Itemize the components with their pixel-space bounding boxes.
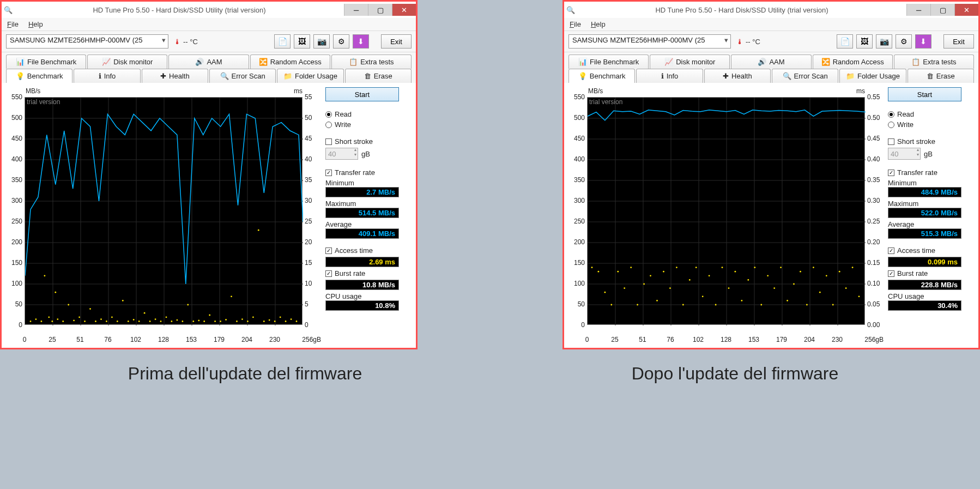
tab-info[interactable]: ℹInfo xyxy=(74,69,140,83)
menu-help[interactable]: Help xyxy=(591,20,606,28)
start-button[interactable]: Start xyxy=(325,87,399,101)
exit-button[interactable]: Exit xyxy=(943,34,974,49)
options-button[interactable]: ⚙ xyxy=(896,34,912,49)
start-button[interactable]: Start xyxy=(888,87,961,101)
tab-file-benchmark[interactable]: 📊File Benchmark xyxy=(6,55,86,69)
transfer-rate-checkbox[interactable]: Transfer rate xyxy=(325,168,399,177)
tab-random-access[interactable]: 🔀Random Access xyxy=(813,55,893,69)
tab-erase[interactable]: 🗑Erase xyxy=(908,69,974,83)
svg-point-32 xyxy=(89,308,91,310)
tab-aam[interactable]: 🔊AAM xyxy=(731,55,811,69)
svg-point-118 xyxy=(773,287,775,289)
svg-point-67 xyxy=(280,316,281,318)
svg-point-102 xyxy=(669,287,671,289)
maximize-button[interactable]: ▢ xyxy=(368,4,392,16)
access-time-checkbox[interactable]: Access time xyxy=(888,246,961,255)
save-button[interactable]: ⬇ xyxy=(915,34,931,49)
maximum-value: 514.5 MB/s xyxy=(325,208,399,218)
short-stroke-checkbox[interactable]: Short stroke xyxy=(888,137,961,146)
svg-point-53 xyxy=(203,321,205,322)
tab-icon: 📋 xyxy=(911,58,920,66)
tab-extra-tests[interactable]: 📋Extra tests xyxy=(331,55,412,69)
short-stroke-value[interactable]: 40 xyxy=(888,148,921,160)
write-radio[interactable]: Write xyxy=(325,120,399,129)
svg-point-115 xyxy=(754,267,755,268)
copy-info-button[interactable]: 📄 xyxy=(274,34,291,49)
svg-point-36 xyxy=(111,316,113,318)
svg-point-117 xyxy=(767,275,769,276)
short-stroke-checkbox[interactable]: Short stroke xyxy=(325,137,399,146)
tab-disk-monitor[interactable]: 📈Disk monitor xyxy=(650,55,730,69)
tab-icon: ✚ xyxy=(160,72,166,80)
svg-point-42 xyxy=(144,312,146,314)
read-radio[interactable]: Read xyxy=(888,110,961,118)
app-icon: 🔍 xyxy=(564,6,577,14)
svg-point-123 xyxy=(806,304,808,306)
average-value: 515.3 MB/s xyxy=(888,228,961,239)
drive-dropdown[interactable]: SAMSUNG MZMTE256HMHP-000MV (25 xyxy=(568,34,731,49)
svg-point-96 xyxy=(630,267,632,268)
read-radio[interactable]: Read xyxy=(325,110,399,118)
tab-benchmark[interactable]: 💡Benchmark xyxy=(6,69,72,83)
tab-erase[interactable]: 🗑Erase xyxy=(345,69,412,83)
tab-icon: 💡 xyxy=(16,72,25,80)
burst-rate-value: 10.8 MB/s xyxy=(325,280,399,290)
tab-icon: 🔀 xyxy=(821,58,830,66)
svg-point-29 xyxy=(73,320,75,322)
svg-point-54 xyxy=(209,315,210,316)
access-time-checkbox[interactable]: Access time xyxy=(325,246,399,255)
tab-disk-monitor[interactable]: 📈Disk monitor xyxy=(87,55,167,69)
caption-right: Dopo l'update del firmware xyxy=(490,364,980,384)
svg-point-62 xyxy=(252,316,254,318)
copy-screenshot-button[interactable]: 🖼 xyxy=(856,34,873,49)
tab-file-benchmark[interactable]: 📊File Benchmark xyxy=(568,55,649,69)
tab-health[interactable]: ✚Health xyxy=(142,69,208,83)
copy-screenshot-button[interactable]: 🖼 xyxy=(294,34,310,49)
maximize-button[interactable]: ▢ xyxy=(930,4,954,16)
menu-file[interactable]: File xyxy=(570,20,581,28)
y-axis-right-label: ms xyxy=(294,87,303,95)
svg-point-31 xyxy=(84,321,86,322)
tab-icon: 🔍 xyxy=(783,72,791,80)
tab-icon: ℹ xyxy=(99,72,101,80)
exit-button[interactable]: Exit xyxy=(381,34,412,49)
menu-file[interactable]: File xyxy=(7,20,19,28)
drive-dropdown[interactable]: SAMSUNG MZMTE256HMHP-000MV (25 xyxy=(6,34,168,49)
svg-point-103 xyxy=(676,267,677,268)
svg-point-95 xyxy=(624,287,625,289)
close-button[interactable]: ✕ xyxy=(392,4,416,16)
short-stroke-value[interactable]: 40 xyxy=(325,148,358,160)
write-radio[interactable]: Write xyxy=(888,120,961,129)
close-button[interactable]: ✕ xyxy=(954,4,978,16)
svg-point-30 xyxy=(78,316,80,318)
svg-point-90 xyxy=(591,267,593,268)
chart-svg xyxy=(588,98,866,325)
options-button[interactable]: ⚙ xyxy=(333,34,349,49)
tab-info[interactable]: ℹInfo xyxy=(636,69,703,83)
screenshot-button[interactable]: 📷 xyxy=(313,34,330,49)
burst-rate-checkbox[interactable]: Burst rate xyxy=(888,269,961,277)
minimize-button[interactable]: ─ xyxy=(906,4,930,16)
tab-folder-usage[interactable]: 📁Folder Usage xyxy=(277,69,343,83)
minimize-button[interactable]: ─ xyxy=(344,4,368,16)
transfer-rate-checkbox[interactable]: Transfer rate xyxy=(888,168,961,177)
tab-error-scan[interactable]: 🔍Error Scan xyxy=(772,69,838,83)
tab-random-access[interactable]: 🔀Random Access xyxy=(250,55,330,69)
tab-extra-tests[interactable]: 📋Extra tests xyxy=(894,55,974,69)
burst-rate-checkbox[interactable]: Burst rate xyxy=(325,269,399,277)
svg-point-64 xyxy=(263,321,265,322)
tab-error-scan[interactable]: 🔍Error Scan xyxy=(209,69,276,83)
svg-point-105 xyxy=(689,279,691,281)
save-button[interactable]: ⬇ xyxy=(353,34,369,49)
tab-benchmark[interactable]: 💡Benchmark xyxy=(568,69,635,83)
tab-folder-usage[interactable]: 📁Folder Usage xyxy=(839,69,906,83)
tab-aam[interactable]: 🔊AAM xyxy=(168,55,249,69)
menu-help[interactable]: Help xyxy=(28,20,43,28)
svg-point-111 xyxy=(728,287,730,289)
tab-health[interactable]: ✚Health xyxy=(704,69,771,83)
copy-info-button[interactable]: 📄 xyxy=(837,34,853,49)
y-axis-left-label: MB/s xyxy=(588,87,603,95)
svg-point-35 xyxy=(106,321,107,322)
screenshot-button[interactable]: 📷 xyxy=(876,34,892,49)
svg-point-33 xyxy=(95,321,96,322)
